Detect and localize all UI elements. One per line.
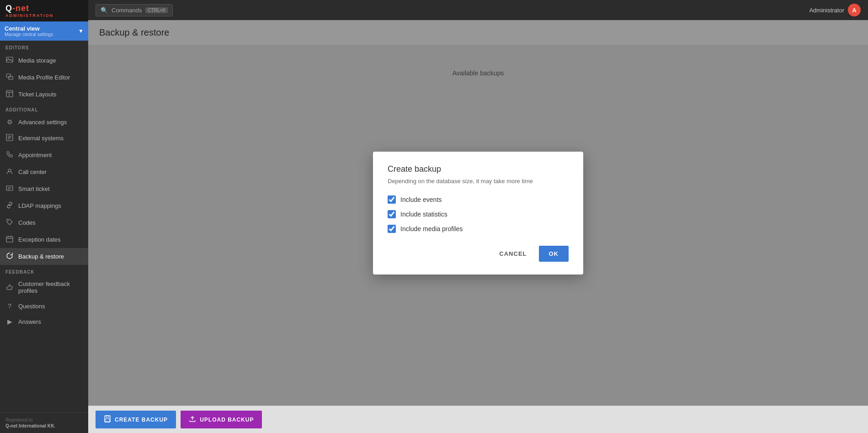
sidebar-item-label-ldap-mappings: LDAP mappings xyxy=(18,202,61,209)
sidebar-item-label-backup-restore: Backup & restore xyxy=(18,253,64,260)
registered-to-name: Q-net International Kft. xyxy=(5,423,83,428)
sidebar-item-media-storage[interactable]: Media storage xyxy=(0,52,88,69)
section-label-feedback: FEEDBACK xyxy=(0,265,88,276)
search-placeholder: Commands xyxy=(112,7,142,14)
sidebar-item-label-ticket-layouts: Ticket Layouts xyxy=(18,91,56,98)
svg-point-15 xyxy=(8,220,9,221)
sidebar-item-label-call-center: Call center xyxy=(18,169,47,175)
sidebar-item-label-smart-ticket: Smart ticket xyxy=(18,185,50,192)
include-statistics-label: Include statistics xyxy=(400,211,447,218)
svg-rect-4 xyxy=(6,90,13,97)
ticket-icon xyxy=(5,185,14,193)
sidebar-item-label-media-profile-editor: Media Profile Editor xyxy=(18,74,70,81)
main-area: 🔍 Commands CTRL+K Administrator A Backup… xyxy=(88,0,868,433)
include-media-profiles-checkbox[interactable] xyxy=(388,225,396,233)
search-icon: 🔍 xyxy=(101,7,108,14)
create-backup-button[interactable]: CREATE BACKUP xyxy=(96,411,176,428)
sidebar-item-questions[interactable]: ? Questions xyxy=(0,298,88,314)
topbar: 🔍 Commands CTRL+K Administrator A xyxy=(88,0,868,20)
sidebar-item-label-advanced-settings: Advanced settings xyxy=(18,119,67,126)
sidebar-item-label-media-storage: Media storage xyxy=(18,57,56,64)
modal-actions: CANCEL OK xyxy=(388,246,569,262)
section-label-editors: EDITORS xyxy=(0,41,88,52)
sidebar-item-smart-ticket[interactable]: Smart ticket xyxy=(0,180,88,197)
svg-rect-16 xyxy=(6,237,13,242)
bottom-bar: CREATE BACKUP UPLOAD BACKUP xyxy=(88,406,868,433)
backup-icon xyxy=(5,252,14,261)
sidebar-item-label-appointment: Appointment xyxy=(18,152,52,158)
include-events-checkbox[interactable] xyxy=(388,195,396,204)
sidebar-item-answers[interactable]: ▶ Answers xyxy=(0,314,88,329)
sidebar-item-ticket-layouts[interactable]: Ticket Layouts xyxy=(0,86,88,103)
upload-backup-button[interactable]: UPLOAD BACKUP xyxy=(181,411,262,428)
include-statistics-checkbox[interactable] xyxy=(388,210,396,218)
sidebar-item-backup-restore[interactable]: Backup & restore xyxy=(0,248,88,265)
sidebar-item-label-exception-dates: Exception dates xyxy=(18,236,61,243)
sidebar-item-label-answers: Answers xyxy=(18,318,41,325)
layout-icon xyxy=(5,90,14,99)
page-content: Backup & restore Available backups Creat… xyxy=(88,20,868,406)
search-box[interactable]: 🔍 Commands CTRL+K xyxy=(96,4,173,16)
modal-overlay: Create backup Depending on the database … xyxy=(88,20,868,406)
include-statistics-row: Include statistics xyxy=(388,210,569,218)
user-name: Administrator xyxy=(809,7,844,14)
sidebar-item-label-customer-feedback: Customer feedback profiles xyxy=(18,280,83,294)
include-media-profiles-row: Include media profiles xyxy=(388,225,569,233)
sidebar-item-label-codes: Codes xyxy=(18,219,36,226)
calendar-icon xyxy=(5,235,14,244)
sidebar-item-media-profile-editor[interactable]: Media Profile Editor xyxy=(0,69,88,86)
include-media-profiles-label: Include media profiles xyxy=(400,225,463,232)
sidebar-footer: Registered to Q-net International Kft. xyxy=(0,412,88,433)
chevron-down-icon: ▼ xyxy=(78,28,84,34)
question-icon: ? xyxy=(5,302,14,310)
sidebar-item-advanced-settings[interactable]: ⚙ Advanced settings xyxy=(0,114,88,130)
list-icon xyxy=(5,134,14,143)
gear-icon: ⚙ xyxy=(5,118,14,126)
sidebar-item-label-questions: Questions xyxy=(18,303,45,310)
include-events-row: Include events xyxy=(388,195,569,204)
section-label-additional: ADDITIONAL xyxy=(0,103,88,114)
sidebar-item-external-systems[interactable]: External systems xyxy=(0,130,88,147)
central-view-button[interactable]: Central view Manage central settings ▼ xyxy=(0,21,88,41)
search-shortcut: CTRL+K xyxy=(145,7,168,13)
save-icon xyxy=(104,415,111,424)
cancel-button[interactable]: CANCEL xyxy=(492,246,534,262)
callcenter-icon xyxy=(5,168,14,176)
tag-icon xyxy=(5,218,14,227)
modal-title: Create backup xyxy=(388,164,569,174)
sidebar-item-appointment[interactable]: Appointment xyxy=(0,147,88,164)
link-icon xyxy=(5,201,14,210)
play-icon: ▶ xyxy=(5,318,14,325)
sidebar-item-ldap-mappings[interactable]: LDAP mappings xyxy=(0,197,88,214)
registered-to-label: Registered to xyxy=(5,417,83,422)
admin-label: ADMINISTRATION xyxy=(5,13,53,18)
central-view-title: Central view xyxy=(5,25,53,32)
logo-area: Q-net ADMINISTRATION xyxy=(5,4,53,18)
create-backup-modal: Create backup Depending on the database … xyxy=(373,152,583,275)
sidebar-header: Q-net ADMINISTRATION xyxy=(0,0,88,21)
svg-rect-22 xyxy=(105,419,110,422)
sidebar-sections: EDITORS Media storage Media Profile Edit… xyxy=(0,41,88,329)
sidebar: Q-net ADMINISTRATION Central view Manage… xyxy=(0,0,88,433)
central-view-subtitle: Manage central settings xyxy=(5,32,53,37)
sidebar-item-customer-feedback[interactable]: Customer feedback profiles xyxy=(0,276,88,298)
ok-button[interactable]: OK xyxy=(539,246,569,262)
sidebar-item-call-center[interactable]: Call center xyxy=(0,164,88,180)
svg-rect-12 xyxy=(6,186,13,190)
sidebar-item-exception-dates[interactable]: Exception dates xyxy=(0,231,88,248)
sidebar-item-codes[interactable]: Codes xyxy=(0,214,88,231)
phone-icon xyxy=(5,151,14,159)
image-icon xyxy=(5,56,14,65)
upload-icon xyxy=(189,415,196,424)
user-area: Administrator A xyxy=(809,4,861,16)
avatar: A xyxy=(848,4,861,16)
modal-subtitle: Depending on the database size, it may t… xyxy=(388,178,569,185)
svg-point-11 xyxy=(8,169,11,172)
svg-point-1 xyxy=(8,58,9,59)
sidebar-item-label-external-systems: External systems xyxy=(18,135,64,142)
thumbsup-icon xyxy=(5,283,14,292)
logo: Q-net xyxy=(5,4,53,13)
palette-icon xyxy=(5,73,14,82)
include-events-label: Include events xyxy=(400,196,442,203)
